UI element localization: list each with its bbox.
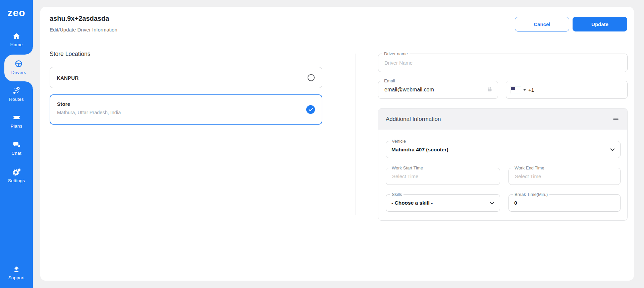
vehicle-select[interactable]: Vehicle Mahindra 407 (scooter) (386, 141, 621, 158)
work-end-time-label: Work End Time (513, 165, 546, 171)
ticket-icon (12, 114, 21, 122)
sidebar-item-label: Settings (8, 178, 25, 183)
driver-name-input[interactable] (378, 54, 627, 72)
driver-name-field[interactable]: Driver name (378, 54, 628, 72)
home-icon (12, 32, 20, 40)
phone-field[interactable]: +1 (506, 81, 628, 99)
work-start-time-label: Work Start Time (390, 165, 425, 171)
chat-icon (12, 141, 21, 149)
skills-value: - Choose a skill - (391, 200, 433, 206)
app-logo: zeo (0, 5, 33, 20)
additional-information-title: Additional Information (386, 116, 441, 123)
us-flag-icon (511, 87, 521, 93)
chevron-down-icon (490, 200, 494, 206)
store-location-option-store[interactable]: Store Mathura, Uttar Pradesh, India (50, 94, 322, 125)
lock-icon (486, 86, 493, 94)
main-area: ashu.9x+2asdasda Edit/Update Driver Info… (33, 0, 644, 288)
steering-wheel-icon (14, 60, 23, 68)
gear-icon (12, 168, 21, 176)
update-button[interactable]: Update (573, 17, 627, 31)
headset-icon (12, 265, 20, 273)
email-label: Email (382, 78, 397, 84)
sidebar-item-label: Routes (9, 97, 24, 102)
additional-information-panel: Additional Information Vehicle Mahindra … (378, 108, 628, 221)
sidebar-item-label: Drivers (11, 70, 26, 75)
store-locations-heading: Store Locations (50, 51, 91, 58)
minus-icon (613, 119, 619, 120)
sidebar-item-routes[interactable]: Routes (0, 87, 33, 102)
active-tab-curve-top (25, 47, 33, 55)
store-location-name: Store (57, 101, 70, 107)
sidebar-item-label: Support (8, 275, 25, 280)
sidebar-item-label: Chat (11, 151, 21, 156)
route-icon (12, 87, 20, 95)
radio-unselected-icon[interactable] (308, 74, 315, 81)
sidebar-item-settings[interactable]: Settings (0, 168, 33, 183)
sidebar: zeo Home Drivers Routes (0, 0, 33, 288)
sidebar-item-support[interactable]: Support (0, 265, 33, 280)
sidebar-item-chat[interactable]: Chat (0, 141, 33, 156)
vehicle-value: Mahindra 407 (scooter) (391, 147, 448, 153)
email-field[interactable]: Email (378, 81, 498, 99)
content-card: ashu.9x+2asdasda Edit/Update Driver Info… (40, 7, 634, 281)
store-location-option-kanpur[interactable]: KANPUR (50, 67, 322, 88)
sidebar-item-plans[interactable]: Plans (0, 114, 33, 129)
vertical-divider (356, 54, 356, 215)
page-subtitle: Edit/Update Driver Information (50, 27, 117, 32)
sidebar-item-drivers[interactable]: Drivers (4, 55, 33, 81)
sidebar-item-label: Plans (11, 124, 22, 129)
sidebar-item-home[interactable]: Home (0, 32, 33, 47)
store-location-name: KANPUR (57, 75, 78, 80)
additional-information-header[interactable]: Additional Information (378, 109, 627, 130)
sidebar-item-label: Home (10, 42, 23, 47)
work-start-time-field[interactable]: Work Start Time (386, 168, 500, 185)
vehicle-label: Vehicle (390, 138, 408, 144)
break-time-label: Break Time(Min.) (513, 192, 549, 197)
page-title: ashu.9x+2asdasda (50, 15, 109, 22)
cancel-button[interactable]: Cancel (515, 17, 569, 31)
skills-select[interactable]: Skills - Choose a skill - (386, 194, 500, 212)
store-location-address: Mathura, Uttar Pradesh, India (57, 110, 121, 115)
skills-label: Skills (390, 192, 404, 197)
dial-code: +1 (528, 87, 534, 93)
work-end-time-field[interactable]: Work End Time (508, 168, 621, 185)
driver-name-label: Driver name (382, 51, 410, 57)
break-time-field[interactable]: Break Time(Min.) (508, 194, 621, 212)
chevron-down-icon (610, 147, 615, 153)
country-dropdown-caret-icon[interactable] (523, 89, 526, 91)
radio-selected-check-icon[interactable] (306, 105, 315, 114)
collapse-button[interactable] (612, 115, 620, 123)
